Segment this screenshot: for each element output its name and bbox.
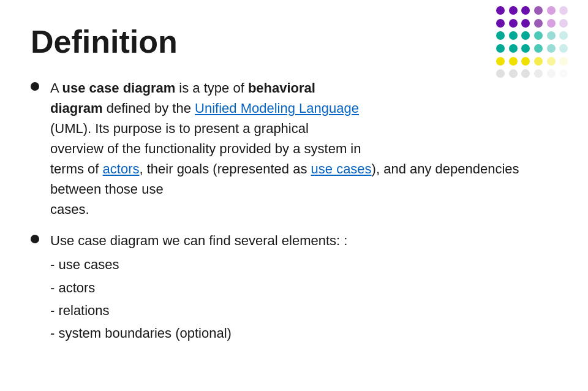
- decorative-dot: [509, 19, 518, 28]
- decorative-dot: [559, 44, 568, 53]
- link-uml[interactable]: Unified Modeling Language: [195, 101, 359, 116]
- decorative-dot: [496, 6, 505, 15]
- bullet-dot-2: [31, 235, 39, 243]
- sub-list-item: - system boundaries (optional): [50, 322, 557, 344]
- decorative-dot: [496, 44, 505, 53]
- bullet-text-2: Use case diagram we can find several ele…: [50, 230, 557, 345]
- decorative-dot: [509, 31, 518, 40]
- decorative-dot: [559, 31, 568, 40]
- bullet-text-1: A use case diagram is a type of behavior…: [50, 78, 557, 219]
- decorative-dot: [534, 6, 543, 15]
- decorative-dot: [521, 57, 530, 66]
- bullet-item-2: Use case diagram we can find several ele…: [31, 230, 557, 345]
- decorative-dot: [547, 44, 556, 53]
- link-actors[interactable]: actors: [103, 161, 140, 177]
- decorative-dot: [496, 57, 505, 66]
- text-goals: , their goals (represented as: [140, 161, 311, 177]
- decorative-dot: [521, 6, 530, 15]
- decorative-dot: [534, 44, 543, 53]
- decorative-dot: [559, 6, 568, 15]
- slide-container: Definition A use case diagram is a type …: [0, 0, 588, 391]
- slide-content: A use case diagram is a type of behavior…: [31, 78, 557, 345]
- slide-title: Definition: [31, 25, 557, 59]
- decorative-dot: [559, 19, 568, 28]
- decorative-dot-grid: [496, 6, 570, 80]
- bullet-item-1: A use case diagram is a type of behavior…: [31, 78, 557, 219]
- bullet-dot-1: [31, 82, 39, 91]
- decorative-dot: [521, 31, 530, 40]
- decorative-dot: [509, 69, 518, 78]
- decorative-dot: [509, 6, 518, 15]
- decorative-dot: [547, 57, 556, 66]
- decorative-dot: [559, 69, 568, 78]
- text-usecase-bold: use case diagram: [62, 80, 176, 96]
- decorative-dot: [496, 31, 505, 40]
- decorative-dot: [509, 57, 518, 66]
- decorative-dot: [534, 19, 543, 28]
- decorative-dot: [547, 31, 556, 40]
- decorative-dot: [509, 44, 518, 53]
- text-a: A: [50, 80, 62, 96]
- sub-list: - use cases- actors- relations- system b…: [50, 253, 557, 345]
- sub-list-item: - use cases: [50, 253, 557, 276]
- decorative-dot: [496, 69, 505, 78]
- text-defined: defined by the: [103, 101, 195, 116]
- decorative-dot: [547, 69, 556, 78]
- link-use-cases[interactable]: use cases: [311, 161, 372, 177]
- decorative-dot: [521, 44, 530, 53]
- decorative-dot: [496, 19, 505, 28]
- text-is: is a type of: [175, 80, 248, 96]
- decorative-dot: [534, 57, 543, 66]
- decorative-dot: [521, 19, 530, 28]
- decorative-dot: [559, 57, 568, 66]
- decorative-dot: [521, 69, 530, 78]
- decorative-dot: [547, 6, 556, 15]
- bullet2-intro: Use case diagram we can find several ele…: [50, 233, 347, 248]
- decorative-dot: [534, 31, 543, 40]
- sub-list-item: - actors: [50, 276, 557, 299]
- decorative-dot: [547, 19, 556, 28]
- sub-list-item: - relations: [50, 299, 557, 322]
- decorative-dot: [534, 69, 543, 78]
